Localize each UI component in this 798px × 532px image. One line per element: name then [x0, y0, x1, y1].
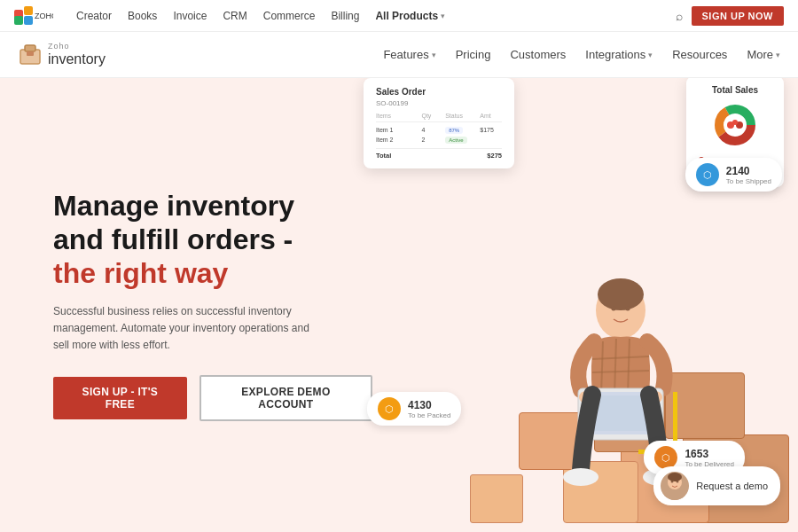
- top-nav-right: ⌕ SIGN UP NOW: [676, 6, 784, 26]
- row1-status: 87%: [445, 127, 478, 133]
- hero-content: Manage inventory and fulfill orders - th…: [0, 189, 372, 422]
- svg-text:ZOHO: ZOHO: [35, 12, 53, 20]
- pack-info: 4130 To be Packed: [408, 399, 450, 419]
- row2-qty: 2: [421, 137, 443, 143]
- sales-order-header: Items Qty Status Amt: [376, 113, 502, 122]
- nav-integrations[interactable]: Integrations ▾: [585, 48, 653, 61]
- ship-info: 2140 To be Shipped: [726, 165, 771, 185]
- demo-button-hero[interactable]: EXPLORE DEMO ACCOUNT: [200, 375, 372, 421]
- brand-inventory-label: inventory: [48, 51, 106, 67]
- svg-rect-2: [14, 16, 23, 25]
- svg-point-30: [732, 120, 738, 125]
- brand-icon: [18, 43, 43, 67]
- brand-logo[interactable]: Zoho inventory: [18, 43, 106, 67]
- svg-point-9: [598, 278, 644, 310]
- sales-order-title: Sales Order: [376, 87, 502, 97]
- top-nav: ZOHO Creator Books Invoice CRM Commerce …: [0, 0, 798, 32]
- total-sales-title: Total Sales: [699, 85, 771, 95]
- col-amt: Amt: [480, 113, 502, 119]
- pack-icon: ⬡: [378, 397, 401, 420]
- nav-commerce[interactable]: Commerce: [263, 10, 316, 22]
- col-status: Status: [445, 113, 478, 119]
- nav-resources[interactable]: Resources: [672, 48, 727, 61]
- ship-icon: ⬡: [696, 163, 719, 186]
- svg-point-22: [563, 468, 598, 486]
- nav-billing[interactable]: Billing: [331, 10, 359, 22]
- svg-point-32: [664, 489, 685, 500]
- col-qty: Qty: [421, 113, 443, 119]
- row1-qty: 4: [421, 127, 443, 133]
- signup-button-top[interactable]: SIGN UP NOW: [692, 6, 784, 26]
- brand-text: Zoho inventory: [48, 43, 106, 66]
- svg-rect-3: [24, 16, 33, 25]
- demo-widget[interactable]: Request a demo: [653, 466, 780, 505]
- search-icon[interactable]: ⌕: [676, 9, 683, 23]
- row2-status: Active: [445, 137, 478, 143]
- row1-item: Item 1: [376, 127, 419, 133]
- main-nav-links: Features ▾ Pricing Customers Integration…: [383, 48, 780, 61]
- col-items: Items: [376, 113, 419, 119]
- pack-label: To be Packed: [408, 411, 450, 419]
- avatar-svg: [661, 472, 689, 500]
- donut-chart: [713, 103, 757, 147]
- hero-title-red: the right way: [53, 257, 228, 289]
- hero-image-area: Sales Order SO-00199 Items Qty Status Am…: [355, 78, 798, 523]
- row1-amt: $175: [480, 127, 502, 133]
- brand-zoho-label: Zoho: [48, 43, 106, 51]
- row2-item: Item 2: [376, 137, 419, 143]
- nav-pricing[interactable]: Pricing: [456, 48, 491, 61]
- nav-invoice[interactable]: Invoice: [173, 10, 207, 22]
- nav-more[interactable]: More ▾: [747, 48, 780, 61]
- integrations-chevron: ▾: [648, 51, 653, 59]
- more-chevron: ▾: [776, 51, 780, 59]
- hero-subtitle: Successful business relies on successful…: [53, 303, 319, 355]
- hero-title: Manage inventory and fulfill orders - th…: [53, 189, 372, 291]
- sales-order-subtitle: SO-00199: [376, 99, 502, 107]
- ship-label: To be Shipped: [726, 177, 771, 185]
- all-products-chevron: ▾: [441, 12, 445, 20]
- signup-button-hero[interactable]: SIGN UP - IT'S FREE: [53, 377, 187, 419]
- box-far-left: [470, 474, 523, 523]
- demo-avatar: [661, 472, 689, 500]
- svg-point-11: [626, 307, 630, 311]
- sales-order-row-1: Item 1 4 87% $175: [376, 125, 502, 135]
- ship-number: 2140: [726, 165, 771, 177]
- main-nav: Zoho inventory Features ▾ Pricing Custom…: [0, 32, 798, 78]
- nav-books[interactable]: Books: [128, 10, 157, 22]
- svg-point-10: [612, 307, 616, 311]
- sales-order-total: Total $275: [376, 148, 502, 160]
- hero-buttons: SIGN UP - IT'S FREE EXPLORE DEMO ACCOUNT: [53, 375, 372, 421]
- nav-creator[interactable]: Creator: [76, 10, 112, 22]
- zoho-logo[interactable]: ZOHO: [14, 6, 53, 26]
- nav-crm[interactable]: CRM: [223, 10, 246, 22]
- to-be-shipped-badge: ⬡ 2140 To be Shipped: [685, 158, 782, 192]
- deliver-number: 1653: [685, 448, 734, 460]
- nav-features[interactable]: Features ▾: [383, 48, 435, 61]
- pack-number: 4130: [408, 399, 450, 411]
- sales-order-row-2: Item 2 2 Active: [376, 135, 502, 145]
- to-be-packed-badge: ⬡ 4130 To be Packed: [367, 392, 461, 426]
- svg-rect-6: [25, 45, 35, 51]
- nav-customers[interactable]: Customers: [510, 48, 566, 61]
- svg-rect-7: [27, 51, 34, 56]
- deliver-info: 1653 To be Delivered: [685, 448, 734, 468]
- row2-amt: [480, 137, 502, 143]
- features-chevron: ▾: [432, 51, 436, 59]
- svg-point-35: [668, 473, 682, 481]
- hero-section: Manage inventory and fulfill orders - th…: [0, 78, 798, 532]
- svg-rect-1: [24, 6, 33, 15]
- demo-text: Request a demo: [696, 481, 768, 491]
- nav-all-products[interactable]: All Products ▾: [375, 10, 445, 22]
- sales-order-card: Sales Order SO-00199 Items Qty Status Am…: [364, 78, 514, 168]
